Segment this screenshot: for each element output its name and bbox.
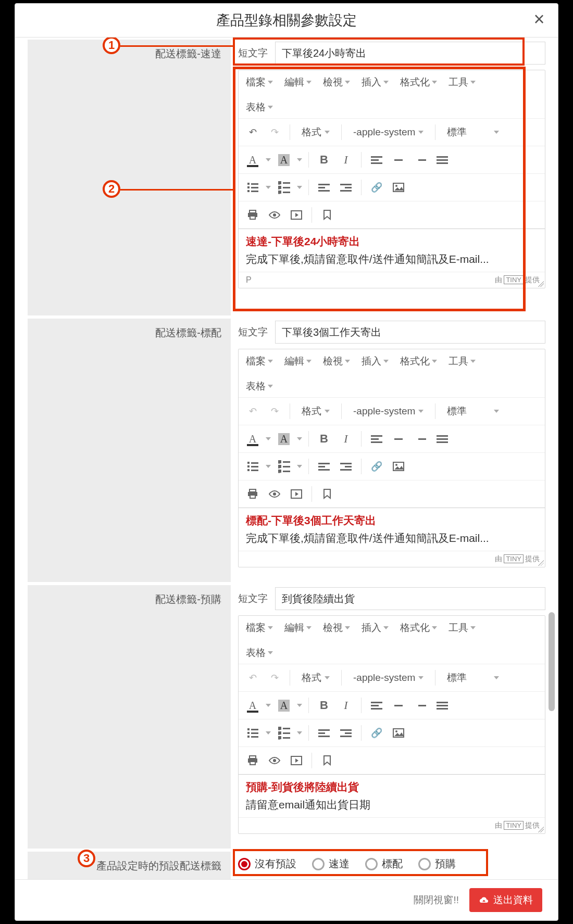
menu-insert[interactable]: 插入 <box>362 621 389 635</box>
radio-none[interactable]: 沒有預設 <box>238 857 296 871</box>
indent-icon[interactable] <box>337 178 355 197</box>
resize-handle-icon[interactable] <box>537 825 544 832</box>
menu-edit[interactable]: 編輯 <box>284 75 312 89</box>
indent-icon[interactable] <box>337 457 355 476</box>
resize-handle-icon[interactable] <box>537 280 544 287</box>
short-text-input[interactable] <box>275 42 545 65</box>
outdent-icon[interactable] <box>315 178 333 197</box>
text-color-icon[interactable]: A <box>244 150 261 169</box>
menu-table[interactable]: 表格 <box>246 100 538 114</box>
resize-handle-icon[interactable] <box>537 559 544 566</box>
menu-insert[interactable]: 插入 <box>362 355 389 368</box>
short-text-input[interactable] <box>275 587 545 610</box>
menu-insert[interactable]: 插入 <box>362 75 389 89</box>
close-window-link[interactable]: 關閉視窗!! <box>414 893 459 907</box>
link-icon[interactable]: 🔗 <box>368 178 385 197</box>
bg-color-icon[interactable]: A <box>275 150 293 169</box>
media-icon[interactable] <box>288 206 305 224</box>
outdent-icon[interactable] <box>315 724 333 742</box>
radio-express[interactable]: 速達 <box>312 857 350 871</box>
close-icon[interactable]: × <box>530 10 549 29</box>
bookmark-icon[interactable] <box>318 751 336 770</box>
menu-edit[interactable]: 編輯 <box>284 621 312 635</box>
align-justify-icon[interactable] <box>433 696 451 715</box>
menu-file[interactable]: 檔案 <box>246 75 273 89</box>
undo-icon[interactable]: ↶ <box>244 123 261 142</box>
align-right-icon[interactable] <box>412 696 429 715</box>
menu-tools[interactable]: 工具 <box>449 355 476 368</box>
bookmark-icon[interactable] <box>318 485 336 503</box>
fontweight-select[interactable]: 標準 <box>442 123 504 142</box>
menu-view[interactable]: 檢視 <box>323 355 350 368</box>
italic-icon[interactable]: I <box>337 696 355 715</box>
image-icon[interactable] <box>390 178 407 197</box>
menu-table[interactable]: 表格 <box>246 379 538 393</box>
align-right-icon[interactable] <box>412 429 429 448</box>
font-select[interactable]: -apple-system <box>348 402 429 421</box>
italic-icon[interactable]: I <box>337 150 355 169</box>
menu-tools[interactable]: 工具 <box>449 75 476 89</box>
align-center-icon[interactable] <box>390 429 407 448</box>
menu-file[interactable]: 檔案 <box>246 621 273 635</box>
preview-icon[interactable] <box>266 206 283 224</box>
menu-tools[interactable]: 工具 <box>449 621 476 635</box>
scrollbar-thumb[interactable] <box>549 612 555 711</box>
align-right-icon[interactable] <box>412 150 429 169</box>
text-color-icon[interactable]: A <box>244 696 261 715</box>
italic-icon[interactable]: I <box>337 429 355 448</box>
indent-icon[interactable] <box>337 724 355 742</box>
menu-format[interactable]: 格式化 <box>400 355 437 368</box>
format-select[interactable]: 格式 <box>296 402 335 421</box>
menu-view[interactable]: 檢視 <box>323 75 350 89</box>
bg-color-icon[interactable]: A <box>275 696 293 715</box>
fontweight-select[interactable]: 標準 <box>442 668 504 687</box>
editor-content[interactable]: 速達-下單後24小時寄出 完成下單後,煩請留意取件/送件通知簡訊及E-mail.… <box>239 229 545 272</box>
align-center-icon[interactable] <box>390 696 407 715</box>
menu-file[interactable]: 檔案 <box>246 355 273 368</box>
bg-color-icon[interactable]: A <box>275 429 293 448</box>
align-left-icon[interactable] <box>368 150 385 169</box>
outdent-icon[interactable] <box>315 457 333 476</box>
format-select[interactable]: 格式 <box>296 123 335 142</box>
media-icon[interactable] <box>288 751 305 770</box>
number-list-icon[interactable]: 123 <box>275 457 293 476</box>
bold-icon[interactable]: B <box>315 696 333 715</box>
bullet-list-icon[interactable] <box>244 457 261 476</box>
align-justify-icon[interactable] <box>433 150 451 169</box>
scrollbar-track[interactable] <box>547 40 555 877</box>
link-icon[interactable]: 🔗 <box>368 457 385 476</box>
bullet-list-icon[interactable] <box>244 724 261 742</box>
font-select[interactable]: -apple-system <box>348 668 429 687</box>
font-select[interactable]: -apple-system <box>348 123 429 142</box>
print-icon[interactable] <box>244 485 261 503</box>
print-icon[interactable] <box>244 206 261 224</box>
link-icon[interactable]: 🔗 <box>368 724 385 742</box>
radio-preorder[interactable]: 預購 <box>418 857 456 871</box>
align-left-icon[interactable] <box>368 429 385 448</box>
menu-format[interactable]: 格式化 <box>400 75 437 89</box>
menu-format[interactable]: 格式化 <box>400 621 437 635</box>
redo-icon[interactable]: ↷ <box>266 123 283 142</box>
image-icon[interactable] <box>390 457 407 476</box>
preview-icon[interactable] <box>266 751 283 770</box>
menu-table[interactable]: 表格 <box>246 646 538 660</box>
submit-button[interactable]: 送出資料 <box>469 888 542 912</box>
number-list-icon[interactable]: 123 <box>275 178 293 197</box>
radio-standard[interactable]: 標配 <box>365 857 403 871</box>
bold-icon[interactable]: B <box>315 150 333 169</box>
bookmark-icon[interactable] <box>318 206 336 224</box>
undo-icon[interactable]: ↶ <box>244 668 261 687</box>
menu-edit[interactable]: 編輯 <box>284 355 312 368</box>
text-color-icon[interactable]: A <box>244 429 261 448</box>
editor-content[interactable]: 標配-下單後3個工作天寄出 完成下單後,煩請留意取件/送件通知簡訊及E-mail… <box>239 508 545 551</box>
fontweight-select[interactable]: 標準 <box>442 402 504 421</box>
preview-icon[interactable] <box>266 485 283 503</box>
editor-content[interactable]: 預購-到貨後將陸續出貨 請留意email通知出貨日期 <box>239 775 545 817</box>
print-icon[interactable] <box>244 751 261 770</box>
align-justify-icon[interactable] <box>433 429 451 448</box>
bold-icon[interactable]: B <box>315 429 333 448</box>
format-select[interactable]: 格式 <box>296 668 335 687</box>
align-left-icon[interactable] <box>368 696 385 715</box>
redo-icon[interactable]: ↷ <box>266 402 283 421</box>
number-list-icon[interactable]: 123 <box>275 724 293 742</box>
